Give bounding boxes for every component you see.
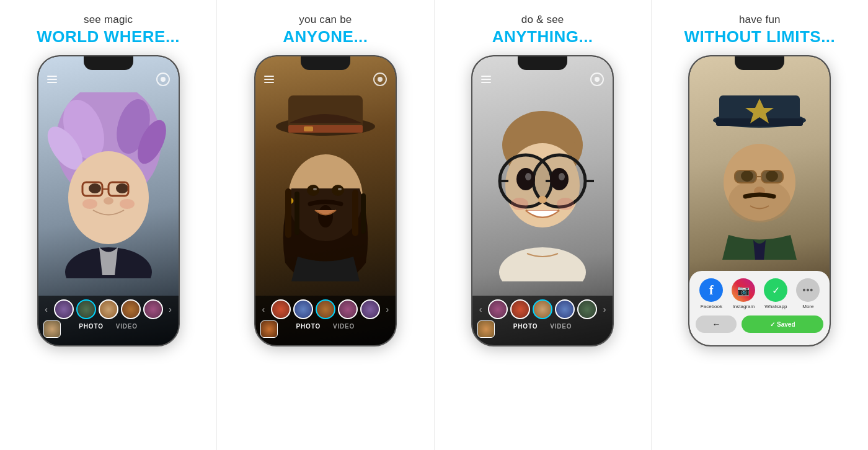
filter-option-3-1[interactable] [488,299,508,319]
menu-icon-3[interactable] [481,76,491,83]
facebook-label: Facebook [701,304,722,309]
whatsapp-label: Whatsapp [764,304,787,309]
filter-left-arrow-3[interactable]: ‹ [476,299,485,319]
phone-4: f Facebook 📷 Instagram ✓ Whatsapp ••• [688,55,831,346]
filter-option-5[interactable] [143,299,163,319]
panel-4-title: WITHOUT LIMITS... [684,27,835,46]
svg-point-13 [120,199,135,209]
filter-option-2-2[interactable] [293,299,313,319]
filter-option-2[interactable] [76,299,96,319]
camera-switch-icon-2[interactable] [373,73,387,86]
video-tab-3[interactable]: VIDEO [550,323,572,330]
svg-point-44 [557,198,574,210]
phone-1: ‹ › PHOTO VIDEO [37,55,180,346]
svg-point-24 [338,188,342,190]
svg-point-45 [499,247,586,281]
saved-button[interactable]: ✓ Saved [742,315,823,333]
svg-point-20 [318,205,333,227]
back-button[interactable]: ← [696,315,737,333]
share-sheet: f Facebook 📷 Instagram ✓ Whatsapp ••• [689,271,830,345]
filter-option-2-5[interactable] [360,299,380,319]
filter-circles-1: ‹ › [42,299,175,319]
selected-filter-thumb-3[interactable] [477,320,495,338]
share-more[interactable]: ••• More [796,278,820,309]
phone-4-screen: f Facebook 📷 Instagram ✓ Whatsapp ••• [689,56,830,345]
more-label: More [802,304,813,309]
face-area-2 [255,75,396,296]
selected-filter-thumb-1[interactable] [43,320,61,338]
svg-point-21 [307,185,319,196]
filter-right-arrow[interactable]: › [166,299,175,319]
phone-3: ‹ › PHOTO VIDEO [471,55,614,346]
phone-2-notch [301,56,350,70]
share-icons-row: f Facebook 📷 Instagram ✓ Whatsapp ••• [699,278,820,309]
instagram-icon[interactable]: 📷 [732,278,755,302]
menu-icon-2[interactable] [264,76,274,83]
svg-rect-48 [716,118,803,126]
face-area-3 [472,75,613,296]
share-facebook[interactable]: f Facebook [699,278,723,309]
phone-3-topbar [472,73,613,86]
filter-option-1[interactable] [54,299,74,319]
menu-icon[interactable] [47,76,57,83]
share-buttons-row: ← ✓ Saved [696,315,823,333]
photo-tab-1[interactable]: PHOTO [79,323,103,330]
photo-video-tabs-1: PHOTO VIDEO [79,323,138,330]
filter-option-3-4[interactable] [555,299,575,319]
filter-option-3[interactable] [99,299,118,319]
panel-3: do & see ANYTHING... [435,0,652,450]
svg-rect-55 [761,170,783,183]
panel-4: have fun WITHOUT LIMITS... [652,0,868,450]
filter-left-arrow-2[interactable]: ‹ [259,299,268,319]
share-whatsapp[interactable]: ✓ Whatsapp [764,278,787,309]
facebook-icon[interactable]: f [699,278,723,302]
photo-tab-2[interactable]: PHOTO [296,323,321,330]
video-tab-1[interactable]: VIDEO [116,323,138,330]
photo-video-tabs-3: PHOTO VIDEO [513,323,572,330]
filter-strip-1: ‹ › PHOTO VIDEO [38,296,179,345]
svg-point-40 [525,173,531,180]
svg-point-6 [89,183,101,193]
filter-circles-2: ‹ › [259,299,392,319]
selected-filter-thumb-2[interactable] [260,320,278,338]
svg-point-23 [313,188,317,190]
filter-option-2-1[interactable] [271,299,291,319]
panel-1: see magic WORLD WHERE... [0,0,217,450]
svg-point-51 [728,179,790,223]
camera-switch-icon[interactable] [156,73,170,86]
svg-rect-26 [285,188,291,238]
phone-1-screen: ‹ › PHOTO VIDEO [38,56,179,345]
filter-option-4[interactable] [121,299,141,319]
filter-right-arrow-3[interactable]: › [600,299,609,319]
filter-left-arrow[interactable]: ‹ [42,299,51,319]
filter-option-3-2[interactable] [510,299,530,319]
svg-point-43 [511,198,528,210]
svg-rect-27 [294,192,299,235]
filter-option-3-3[interactable] [533,299,552,319]
svg-rect-18 [304,126,313,131]
phone-2-screen: ‹ › PHOTO VIDEO [255,56,396,345]
panel-2-subtitle: you can be [299,14,352,26]
svg-rect-54 [735,170,756,183]
share-instagram[interactable]: 📷 Instagram [732,278,755,309]
photo-tab-3[interactable]: PHOTO [513,323,538,330]
filter-strip-2: ‹ › PHOTO VIDEO [255,296,396,345]
filter-option-2-4[interactable] [338,299,358,319]
video-tab-2[interactable]: VIDEO [333,323,355,330]
filter-circles-3: ‹ › [476,299,609,319]
filter-option-3-5[interactable] [577,299,597,319]
phone-1-notch [84,56,133,70]
panel-4-subtitle: have fun [739,14,781,26]
panel-2-title: ANYONE... [283,27,368,46]
filter-option-2-3[interactable] [316,299,335,319]
svg-rect-28 [352,190,358,236]
camera-switch-icon-3[interactable] [590,73,604,86]
whatsapp-icon[interactable]: ✓ [764,278,787,302]
phone-4-notch [735,56,784,70]
svg-point-11 [104,197,113,205]
more-icon[interactable]: ••• [796,278,820,302]
instagram-label: Instagram [733,304,755,309]
photo-video-tabs-2: PHOTO VIDEO [296,323,355,330]
filter-strip-3: ‹ › PHOTO VIDEO [472,296,613,345]
filter-right-arrow-2[interactable]: › [383,299,392,319]
